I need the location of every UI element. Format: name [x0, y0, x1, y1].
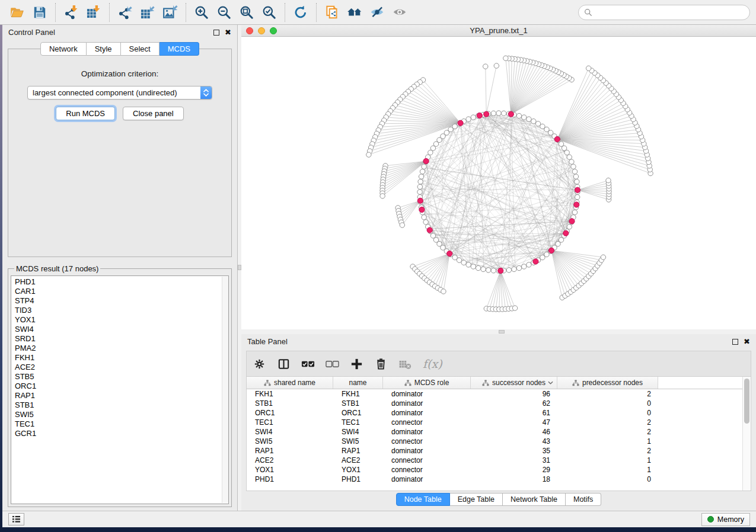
cell-shared-name[interactable]: SWI4: [247, 428, 333, 436]
network-overview-button[interactable]: [343, 2, 366, 23]
float-panel-icon[interactable]: [213, 30, 219, 36]
table-row[interactable]: YOX1YOX1connector291: [247, 465, 751, 475]
cell-successor-nodes[interactable]: 62: [471, 399, 557, 408]
cell-predecessor-nodes[interactable]: 1: [557, 466, 658, 474]
search-box[interactable]: [578, 5, 750, 20]
result-node[interactable]: TEC1: [15, 419, 228, 429]
result-node[interactable]: STP4: [15, 296, 228, 306]
select-all-columns-button[interactable]: [301, 355, 315, 373]
cell-name[interactable]: PHD1: [333, 475, 383, 483]
cell-MCDS-role[interactable]: connector: [383, 466, 471, 474]
cell-MCDS-role[interactable]: dominator: [383, 390, 471, 398]
cell-successor-nodes[interactable]: 96: [471, 390, 557, 398]
cell-name[interactable]: SWI4: [333, 428, 383, 436]
close-panel-button[interactable]: Close panel: [123, 107, 184, 120]
open-file-button[interactable]: [6, 2, 28, 23]
tab-mcds[interactable]: MCDS: [160, 42, 199, 56]
export-image-button[interactable]: [159, 2, 181, 23]
cell-MCDS-role[interactable]: connector: [383, 437, 471, 446]
refresh-layout-button[interactable]: [289, 2, 312, 23]
result-node[interactable]: SWI4: [15, 325, 228, 334]
cell-MCDS-role[interactable]: dominator: [383, 409, 471, 417]
tab-style[interactable]: Style: [87, 42, 121, 56]
column-header-predecessor-nodes[interactable]: predecessor nodes: [557, 377, 658, 389]
column-header-successor-nodes[interactable]: successor nodes: [471, 377, 557, 389]
cell-MCDS-role[interactable]: dominator: [383, 399, 471, 408]
cell-successor-nodes[interactable]: 35: [471, 447, 557, 455]
clone-network-button[interactable]: [321, 2, 343, 23]
result-node[interactable]: RAP1: [15, 391, 228, 400]
search-input[interactable]: [596, 8, 744, 17]
tab-network-table[interactable]: Network Table: [503, 493, 566, 506]
cell-MCDS-role[interactable]: dominator: [383, 475, 471, 483]
cell-shared-name[interactable]: ORC1: [247, 409, 333, 417]
close-table-panel-icon[interactable]: ✖: [744, 339, 750, 345]
result-node[interactable]: STB5: [15, 372, 228, 382]
tab-edge-table[interactable]: Edge Table: [450, 493, 503, 506]
list-scrollbar[interactable]: [222, 277, 228, 503]
cell-shared-name[interactable]: FKH1: [247, 390, 333, 398]
column-header-MCDS-role[interactable]: MCDS role: [383, 377, 471, 389]
tab-select[interactable]: Select: [121, 42, 160, 56]
cell-name[interactable]: TEC1: [333, 418, 383, 427]
cell-predecessor-nodes[interactable]: 2: [557, 428, 658, 436]
cell-successor-nodes[interactable]: 47: [471, 418, 557, 427]
cell-shared-name[interactable]: YOX1: [247, 466, 333, 474]
mcds-result-listbox[interactable]: PHD1CAR1STP4TID3YOX1SWI4SRD1PMA2FKH1ACE2…: [11, 275, 229, 504]
cell-MCDS-role[interactable]: dominator: [383, 447, 471, 455]
result-node[interactable]: GCR1: [15, 429, 228, 438]
import-table-button[interactable]: [82, 2, 105, 23]
zoom-out-button[interactable]: [213, 2, 235, 23]
tab-motifs[interactable]: Motifs: [566, 493, 601, 506]
cell-name[interactable]: YOX1: [333, 466, 383, 474]
export-network-button[interactable]: [114, 2, 136, 23]
cell-predecessor-nodes[interactable]: 2: [557, 418, 658, 427]
cell-name[interactable]: ACE2: [333, 456, 383, 464]
cell-shared-name[interactable]: STB1: [247, 399, 333, 408]
cell-shared-name[interactable]: ACE2: [247, 456, 333, 464]
delete-column-button[interactable]: [374, 355, 388, 373]
result-node[interactable]: YOX1: [15, 315, 228, 325]
cell-MCDS-role[interactable]: dominator: [383, 428, 471, 436]
tab-network[interactable]: Network: [40, 42, 87, 56]
cell-name[interactable]: FKH1: [333, 390, 383, 398]
horizontal-splitter[interactable]: [241, 329, 756, 334]
table-row[interactable]: FKH1FKH1dominator962: [247, 389, 751, 399]
cell-successor-nodes[interactable]: 29: [471, 466, 557, 474]
cell-MCDS-role[interactable]: connector: [383, 418, 471, 427]
result-node[interactable]: TID3: [15, 306, 228, 315]
zoom-fit-button[interactable]: [235, 2, 258, 23]
column-header-name[interactable]: name: [333, 377, 383, 389]
cell-name[interactable]: SWI5: [333, 437, 383, 446]
table-row[interactable]: SWI4SWI4dominator462: [247, 427, 751, 437]
cell-predecessor-nodes[interactable]: 2: [557, 390, 658, 398]
run-mcds-button[interactable]: Run MCDS: [56, 107, 115, 120]
add-column-button[interactable]: [350, 355, 363, 373]
cell-shared-name[interactable]: PHD1: [247, 475, 333, 483]
table-scrollbar[interactable]: [742, 377, 751, 491]
result-node[interactable]: CAR1: [15, 287, 228, 296]
cell-shared-name[interactable]: SWI5: [247, 437, 333, 446]
cell-successor-nodes[interactable]: 61: [471, 409, 557, 417]
zoom-selected-button[interactable]: [258, 2, 280, 23]
cell-predecessor-nodes[interactable]: 2: [557, 447, 658, 455]
table-row[interactable]: STB1STB1dominator620: [247, 399, 751, 408]
optimization-criterion-select[interactable]: largest connected component (undirected): [27, 86, 212, 100]
table-row[interactable]: PHD1PHD1dominator180: [247, 475, 751, 484]
result-node[interactable]: SWI5: [15, 410, 228, 419]
cell-predecessor-nodes[interactable]: 1: [557, 437, 658, 446]
result-node[interactable]: ACE2: [15, 363, 228, 372]
cell-shared-name[interactable]: TEC1: [247, 418, 333, 427]
table-row[interactable]: TEC1TEC1connector472: [247, 418, 751, 427]
cell-predecessor-nodes[interactable]: 0: [557, 409, 658, 417]
table-settings-gear-button[interactable]: [253, 355, 266, 373]
result-node[interactable]: STB1: [15, 400, 228, 410]
tab-node-table[interactable]: Node Table: [396, 493, 450, 506]
float-table-panel-icon[interactable]: [732, 339, 738, 345]
table-row[interactable]: ORC1ORC1dominator610: [247, 408, 751, 418]
cell-successor-nodes[interactable]: 43: [471, 437, 557, 446]
result-node[interactable]: FKH1: [15, 353, 228, 363]
cell-shared-name[interactable]: RAP1: [247, 447, 333, 455]
task-history-button[interactable]: [8, 513, 24, 525]
export-table-button[interactable]: [136, 2, 159, 23]
